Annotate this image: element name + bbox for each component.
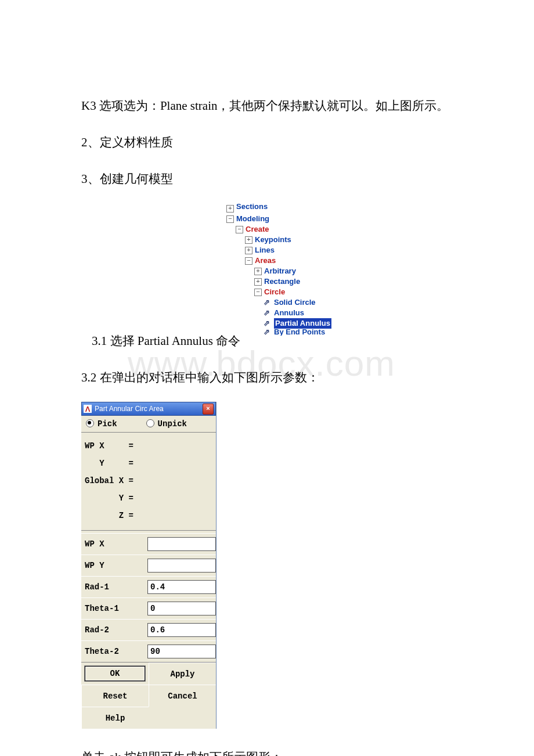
apply-button[interactable]: Apply xyxy=(149,663,216,685)
tree-label: Arbitrary xyxy=(264,266,296,276)
radio-label: Pick xyxy=(98,419,117,429)
tree-label: Create xyxy=(246,224,269,235)
coord-global-y: Y = xyxy=(85,489,212,507)
tree-item-keypoints[interactable]: + Keypoints xyxy=(226,235,366,245)
coord-readout: WP X = Y = Global X = Y = Z = xyxy=(81,433,216,531)
tree-label: Sections xyxy=(236,201,268,212)
command-icon: ⇗ xyxy=(264,297,274,308)
expand-icon: + xyxy=(226,205,234,213)
dialog-title-text: Part Annular Circ Area xyxy=(95,405,164,413)
help-button[interactable]: Help xyxy=(81,707,149,729)
dialog-titlebar[interactable]: Λ Part Annular Circ Area × xyxy=(81,402,216,416)
menu-tree-screenshot: + Sections − Modeling − Create + Keypoin… xyxy=(226,203,366,336)
paragraph-step3: 3、创建几何模型 xyxy=(81,167,453,191)
field-wp-y: WP Y xyxy=(81,555,216,576)
tree-label: Lines xyxy=(255,245,275,255)
tree-item-areas[interactable]: − Areas xyxy=(226,255,366,266)
cancel-button[interactable]: Cancel xyxy=(149,685,216,707)
dialog-part-annular: Λ Part Annular Circ Area × Pick Unpick W… xyxy=(81,402,217,729)
tree-item-solid-circle[interactable]: ⇗ Solid Circle xyxy=(226,297,366,308)
field-wp-x: WP X xyxy=(81,533,216,555)
field-rad-2: Rad-2 xyxy=(81,619,216,640)
tree-item-create[interactable]: − Create xyxy=(226,224,366,235)
tree-label: Solid Circle xyxy=(274,297,316,308)
paragraph-after-ok: 单击 ok 按钮即可生成如下所示图形： xyxy=(81,745,453,756)
tree-item-circle[interactable]: − Circle xyxy=(226,287,366,297)
pick-mode-group: Pick Unpick xyxy=(81,416,216,433)
tree-item-sections[interactable]: + Sections xyxy=(226,203,366,214)
collapse-icon: − xyxy=(226,215,234,223)
input-theta-2[interactable] xyxy=(147,645,216,658)
field-label: Rad-1 xyxy=(81,582,147,592)
tree-item-by-end-points[interactable]: ⇗ By End Points xyxy=(226,329,366,336)
field-label: Rad-2 xyxy=(81,625,147,635)
tree-item-partial-annulus[interactable]: ⇗ Partial Annulus xyxy=(226,318,366,329)
close-icon[interactable]: × xyxy=(203,404,214,415)
paragraph-k3: K3 选项选为：Plane strain，其他两个保持默认就可以。如上图所示。 xyxy=(81,93,453,118)
command-icon: ⇗ xyxy=(264,308,274,318)
input-wp-x[interactable] xyxy=(147,537,216,551)
command-icon: ⇗ xyxy=(264,318,274,329)
tree-label: By End Points xyxy=(274,329,325,336)
tree-label: Circle xyxy=(264,287,285,297)
tree-item-modeling[interactable]: − Modeling xyxy=(226,214,366,224)
field-theta-2: Theta-2 xyxy=(81,640,216,662)
tree-label: Keypoints xyxy=(255,235,291,245)
tree-label: Areas xyxy=(255,255,276,266)
coord-global-z: Z = xyxy=(85,507,212,524)
document-page: K3 选项选为：Plane strain，其他两个保持默认就可以。如上图所示。 … xyxy=(0,0,534,756)
ok-button[interactable]: OK xyxy=(84,665,146,682)
coord-global-x: Global X = xyxy=(85,472,212,489)
collapse-icon: − xyxy=(245,257,252,265)
radio-icon xyxy=(146,419,154,427)
app-logo-icon: Λ xyxy=(84,405,92,413)
paragraph-3-2: 3.2 在弹出的对话框中输入如下图所示参数： xyxy=(81,365,453,390)
input-group: WP X WP Y Rad-1 Theta-1 Rad-2 Theta-2 xyxy=(81,531,216,662)
tree-item-rectangle[interactable]: + Rectangle xyxy=(226,276,366,287)
input-rad-1[interactable] xyxy=(147,580,216,594)
command-icon: ⇗ xyxy=(264,329,274,336)
dialog-button-row: OK Apply Reset Cancel Help xyxy=(81,662,216,729)
coord-wp-x: WP X = xyxy=(85,437,212,455)
expand-icon: + xyxy=(254,268,262,275)
field-label: WP X xyxy=(81,539,147,549)
radio-label: Unpick xyxy=(158,419,187,429)
tree-item-arbitrary[interactable]: + Arbitrary xyxy=(226,266,366,276)
paragraph-step2: 2、定义材料性质 xyxy=(81,130,453,154)
tree-item-annulus[interactable]: ⇗ Annulus xyxy=(226,308,366,318)
field-theta-1: Theta-1 xyxy=(81,597,216,619)
tree-label: Rectangle xyxy=(264,276,300,287)
field-label: WP Y xyxy=(81,561,147,570)
expand-icon: + xyxy=(245,247,252,254)
input-wp-y[interactable] xyxy=(147,559,216,573)
tree-label: Annulus xyxy=(274,308,304,318)
field-label: Theta-2 xyxy=(81,647,147,656)
radio-unpick[interactable]: Unpick xyxy=(146,419,187,429)
collapse-icon: − xyxy=(254,289,262,296)
collapse-icon: − xyxy=(236,226,243,233)
reset-button[interactable]: Reset xyxy=(81,685,149,707)
field-rad-1: Rad-1 xyxy=(81,576,216,597)
tree-label-selected: Partial Annulus xyxy=(274,318,331,329)
input-theta-1[interactable] xyxy=(147,602,216,615)
field-label: Theta-1 xyxy=(81,604,147,613)
coord-wp-y: Y = xyxy=(85,455,212,472)
tree-item-lines[interactable]: + Lines xyxy=(226,245,366,255)
expand-icon: + xyxy=(254,278,262,286)
radio-pick[interactable]: Pick xyxy=(86,419,117,429)
tree-label: Modeling xyxy=(236,214,269,224)
radio-icon xyxy=(86,419,94,427)
expand-icon: + xyxy=(245,236,252,244)
input-rad-2[interactable] xyxy=(147,623,216,637)
